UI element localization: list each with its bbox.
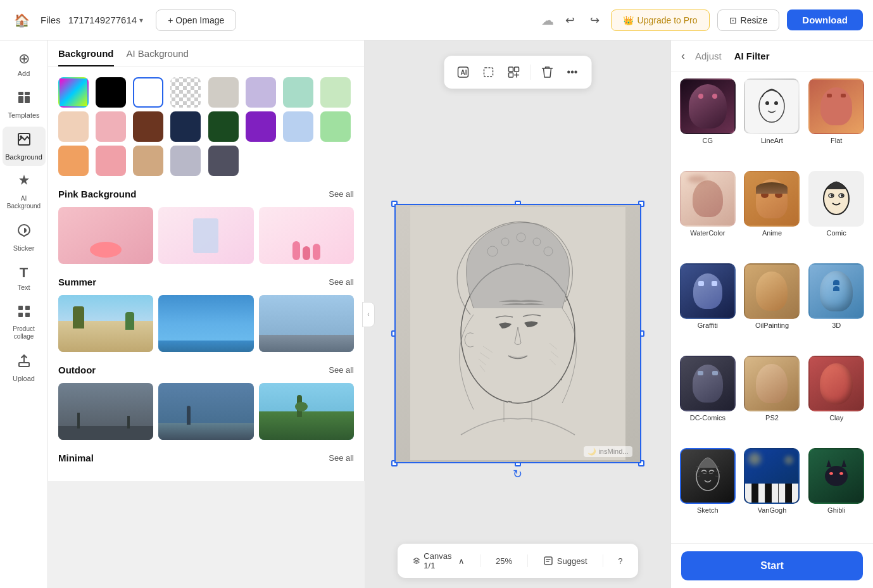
tab-ai-filter[interactable]: AI Filter bbox=[732, 49, 772, 63]
cloud-button[interactable]: ☁ bbox=[541, 13, 554, 28]
select-tool-button[interactable] bbox=[477, 61, 499, 84]
pink-bg-thumb-2[interactable] bbox=[158, 207, 253, 264]
filter-item-dc-comics[interactable]: DC-Comics bbox=[677, 356, 738, 444]
filter-item-anime[interactable]: Anime bbox=[742, 171, 803, 260]
sidebar-item-sticker[interactable]: Sticker bbox=[3, 218, 46, 257]
add-element-button[interactable] bbox=[502, 61, 525, 84]
pink-bg-see-all[interactable]: See all bbox=[329, 189, 354, 199]
minimal-header: Minimal See all bbox=[58, 453, 354, 463]
sidebar-item-text[interactable]: T Text bbox=[3, 260, 46, 296]
swatch-mint[interactable] bbox=[283, 77, 313, 108]
swatch-purple[interactable] bbox=[246, 111, 276, 142]
swatch-transparent[interactable] bbox=[170, 77, 201, 108]
outdoor-thumb-1[interactable] bbox=[58, 383, 153, 440]
swatch-brown[interactable] bbox=[133, 111, 163, 142]
canvas-image[interactable]: 🌙 insMind... bbox=[394, 204, 641, 463]
outdoor-see-all[interactable]: See all bbox=[329, 365, 354, 375]
svg-rect-3 bbox=[25, 96, 30, 103]
swatch-pink2[interactable] bbox=[96, 146, 126, 176]
color-swatches-grid bbox=[58, 77, 354, 176]
open-image-button[interactable]: + Open Image bbox=[156, 9, 236, 31]
topbar: 🏠 Files 1717149277614 ▾ + Open Image ☁ ↩… bbox=[0, 0, 873, 41]
zoom-control[interactable]: 25% bbox=[491, 554, 517, 568]
swatch-gray-light[interactable] bbox=[208, 77, 239, 108]
summer-see-all[interactable]: See all bbox=[329, 277, 354, 287]
swatch-dark-green[interactable] bbox=[208, 111, 239, 142]
pink-bg-thumb-3[interactable] bbox=[259, 207, 354, 264]
upgrade-button[interactable]: 👑 Upgrade to Pro bbox=[611, 9, 710, 31]
tab-ai-background[interactable]: AI Background bbox=[127, 48, 189, 66]
sidebar-item-background[interactable]: Background bbox=[3, 127, 46, 166]
sidebar-item-upload[interactable]: Upload bbox=[3, 348, 46, 387]
filter-item-graffiti[interactable]: Graffiti bbox=[677, 263, 738, 352]
summer-thumb-3[interactable] bbox=[259, 295, 354, 352]
sidebar-item-add[interactable]: ⊕ Add bbox=[3, 46, 46, 82]
filter-item-vangogh[interactable]: VanGogh bbox=[742, 448, 803, 537]
sidebar-item-product-collage[interactable]: Product collage bbox=[3, 299, 46, 346]
ai-tool-button[interactable]: AI bbox=[451, 61, 474, 84]
filter-item-cg[interactable]: CG bbox=[677, 78, 738, 167]
swatch-white[interactable] bbox=[133, 77, 163, 108]
filename-selector[interactable]: 1717149277614 ▾ bbox=[68, 15, 143, 25]
filter-label-lineart: LineArt bbox=[761, 137, 783, 144]
swatch-tan[interactable] bbox=[133, 146, 163, 176]
summer-thumb-1[interactable] bbox=[58, 295, 153, 352]
download-button[interactable]: Download bbox=[787, 9, 863, 30]
swatch-dark-gray[interactable] bbox=[208, 146, 239, 176]
swatch-black[interactable] bbox=[96, 77, 126, 108]
outdoor-thumb-3[interactable] bbox=[259, 383, 354, 440]
filter-thumb-3d bbox=[808, 263, 864, 319]
zoom-value: 25% bbox=[496, 556, 512, 566]
filter-item-comic[interactable]: Comic bbox=[806, 171, 867, 260]
minimal-see-all[interactable]: See all bbox=[329, 453, 354, 463]
summer-thumb-2[interactable] bbox=[158, 295, 253, 352]
files-button[interactable]: Files bbox=[41, 15, 61, 25]
swatch-peach[interactable] bbox=[58, 111, 89, 142]
swatch-gray2[interactable] bbox=[170, 146, 201, 176]
back-button[interactable]: ‹ bbox=[681, 49, 685, 63]
filter-thumb-lineart bbox=[744, 78, 800, 134]
filter-item-clay[interactable]: Clay bbox=[806, 356, 867, 444]
filter-item-3d[interactable]: 3D bbox=[806, 263, 867, 352]
swatch-orange[interactable] bbox=[58, 146, 89, 176]
tab-adjust[interactable]: Adjust bbox=[693, 49, 724, 63]
swatch-green-light[interactable] bbox=[320, 77, 351, 108]
layers-button[interactable]: Canvas 1/1 ∧ bbox=[407, 549, 470, 573]
filter-item-flat[interactable]: Flat bbox=[806, 78, 867, 167]
swatch-pink[interactable] bbox=[96, 111, 126, 142]
rotate-handle[interactable]: ↻ bbox=[513, 467, 522, 481]
filter-item-oilpainting[interactable]: OilPainting bbox=[742, 263, 803, 352]
undo-button[interactable]: ↩ bbox=[562, 11, 579, 30]
more-options-button[interactable]: ••• bbox=[561, 61, 584, 84]
delete-button[interactable] bbox=[536, 61, 558, 84]
svg-rect-14 bbox=[508, 67, 513, 72]
sidebar-item-templates[interactable]: Templates bbox=[3, 85, 46, 124]
pink-bg-thumb-1[interactable] bbox=[58, 207, 153, 264]
collapse-panel-button[interactable]: ‹ bbox=[362, 302, 375, 327]
swatch-lavender[interactable] bbox=[246, 77, 276, 108]
svg-rect-9 bbox=[25, 313, 30, 317]
sidebar-item-ai-background[interactable]: AI Background bbox=[3, 168, 46, 215]
swatch-gradient[interactable] bbox=[58, 77, 89, 108]
add-icon: ⊕ bbox=[18, 51, 30, 67]
filter-item-watercolor[interactable]: WaterColor bbox=[677, 171, 738, 260]
filter-thumb-anime bbox=[744, 171, 800, 227]
start-button[interactable]: Start bbox=[681, 551, 863, 580]
swatch-navy[interactable] bbox=[170, 111, 201, 142]
canvas-area: AI ••• bbox=[365, 41, 670, 588]
swatch-green2[interactable] bbox=[320, 111, 351, 142]
filter-item-sketch[interactable]: Sketch bbox=[677, 448, 738, 537]
filter-item-ps2[interactable]: PS2 bbox=[742, 356, 803, 444]
tab-background[interactable]: Background bbox=[58, 48, 114, 66]
help-button[interactable]: ? bbox=[613, 554, 627, 568]
suggest-button[interactable]: Suggest bbox=[538, 553, 593, 568]
redo-button[interactable]: ↪ bbox=[586, 11, 603, 30]
resize-button[interactable]: ⊡ Resize bbox=[717, 9, 780, 31]
filter-thumb-cg bbox=[680, 78, 736, 134]
home-button[interactable]: 🏠 bbox=[10, 9, 33, 32]
filter-item-ghibli[interactable]: Ghibli bbox=[806, 448, 867, 537]
swatch-blue-light[interactable] bbox=[283, 111, 313, 142]
watermark: 🌙 insMind... bbox=[584, 446, 632, 457]
outdoor-thumb-2[interactable] bbox=[158, 383, 253, 440]
filter-item-lineart[interactable]: LineArt bbox=[742, 78, 803, 167]
